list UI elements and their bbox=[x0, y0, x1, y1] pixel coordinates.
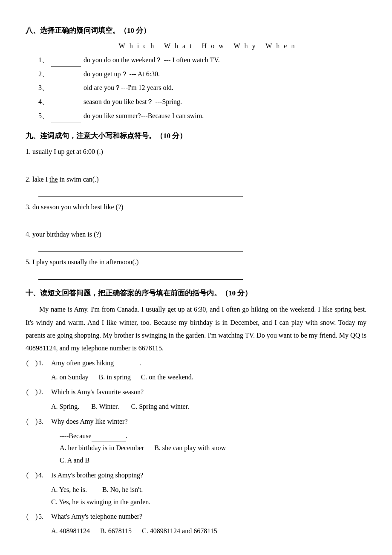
answer-line-3 bbox=[38, 216, 243, 224]
q3-options-ab: A. her birthday is in December B. she ca… bbox=[60, 442, 366, 454]
q3-sub: ----Because. bbox=[60, 430, 366, 442]
item4-num: 4、 bbox=[38, 98, 49, 105]
q1-num: 1. bbox=[38, 357, 51, 370]
fill-item-2: 2、 do you get up？ --- At 6:30. bbox=[38, 68, 366, 81]
q2-options: A. Spring. B. Winter. C. Spring and wint… bbox=[51, 401, 366, 413]
q4-num: 4. bbox=[38, 469, 51, 482]
fill-item-1: 1、 do you do on the weekend？ --- I often… bbox=[38, 54, 366, 66]
question-4: ( ) 4. Is Amy's brother going shopping? bbox=[26, 469, 366, 482]
blank-5 bbox=[51, 122, 81, 122]
sentence-item-3: 3. do season you which best like (?) bbox=[26, 201, 366, 214]
blank-3 bbox=[51, 94, 81, 94]
s3-text: do season you which best like (?) bbox=[32, 203, 123, 211]
item5-num: 5、 bbox=[38, 112, 49, 119]
fill-item-5: 5、 do you like summer?---Because I can s… bbox=[38, 110, 366, 122]
sentence-item-4: 4. your birthday when is (?) bbox=[26, 228, 366, 241]
q2-text: Which is Amy's favourite season? bbox=[51, 386, 366, 399]
question-1: ( ) 1. Amy often goes hiking. bbox=[26, 357, 366, 370]
question-2: ( ) 2. Which is Amy's favourite season? bbox=[26, 386, 366, 399]
item1-num: 1、 bbox=[38, 56, 49, 64]
s2-num: 2. bbox=[26, 176, 31, 183]
question-3: ( ) 3. Why does Amy like winter? bbox=[26, 416, 366, 428]
s5-num: 5. bbox=[26, 258, 31, 266]
item1-text: do you do on the weekend？ --- I often wa… bbox=[84, 56, 220, 64]
q4-bracket: ( ) bbox=[26, 469, 38, 482]
q1-text: Amy often goes hiking. bbox=[51, 357, 366, 370]
item3-num: 3、 bbox=[38, 84, 49, 91]
section8-title: 八、选择正确的疑问词填空。（10 分） bbox=[26, 25, 366, 36]
q1-bracket: ( ) bbox=[26, 357, 38, 370]
answer-line-2 bbox=[38, 188, 243, 197]
item3-text: old are you？---I'm 12 years old. bbox=[84, 84, 173, 91]
fill-item-3: 3、 old are you？---I'm 12 years old. bbox=[38, 82, 366, 94]
s4-num: 4. bbox=[26, 231, 31, 238]
s5-text: I play sports usually the in afternoon(.… bbox=[32, 258, 138, 266]
question-5: ( ) 5. What's Amy's telephone number? bbox=[26, 511, 366, 523]
blank-2 bbox=[51, 80, 81, 80]
q2-bracket: ( ) bbox=[26, 386, 38, 399]
item2-text: do you get up？ --- At 6:30. bbox=[84, 70, 160, 78]
q2-num: 2. bbox=[38, 386, 51, 399]
sentence-item-5: 5. I play sports usually the in afternoo… bbox=[26, 256, 366, 269]
q1-options: A. on Sunday B. in spring C. on the week… bbox=[51, 371, 366, 384]
fill-item-4: 4、 season do you like best？ ---Spring. bbox=[38, 96, 366, 108]
q3-text: Why does Amy like winter? bbox=[51, 416, 366, 428]
item4-text: season do you like best？ ---Spring. bbox=[84, 98, 182, 105]
q5-num: 5. bbox=[38, 511, 51, 523]
item5-text: do you like summer?---Because I can swim… bbox=[84, 112, 204, 119]
item2-num: 2、 bbox=[38, 70, 49, 78]
q4-text: Is Amy's brother going shopping? bbox=[51, 469, 366, 482]
blank-1 bbox=[51, 66, 81, 66]
sentence-item-2: 2. lake I the in swim can(.) bbox=[26, 173, 366, 186]
answer-line-5 bbox=[38, 271, 243, 280]
s1-text: usually I up get at 6:00 (.) bbox=[32, 148, 103, 155]
reading-passage: My name is Amy. I'm from Canada. I usual… bbox=[26, 303, 366, 355]
section9-title: 九、连词成句，注意大小写和标点符号。（10 分） bbox=[26, 130, 366, 142]
q3-options-c: C. A and B bbox=[60, 454, 366, 467]
answer-line-1 bbox=[38, 161, 243, 169]
q3-num: 3. bbox=[38, 416, 51, 428]
s4-text: your birthday when is (?) bbox=[32, 231, 101, 238]
sentence-item-1: 1. usually I up get at 6:00 (.) bbox=[26, 146, 366, 158]
word-list: Which What How Why When bbox=[51, 40, 366, 52]
s2-text: lake I the in swim can(.) bbox=[32, 176, 99, 183]
q4-options-c: C. Yes, he is swinging in the garden. bbox=[51, 496, 366, 509]
q3-bracket: ( ) bbox=[26, 416, 38, 428]
blank-4 bbox=[51, 108, 81, 108]
s3-num: 3. bbox=[26, 203, 31, 211]
section10-title: 十、读短文回答问题，把正确答案的序号填在前面的括号内。（10 分） bbox=[26, 287, 366, 299]
s1-num: 1. bbox=[26, 148, 31, 155]
q5-options: A. 408981124 B. 6678115 C. 408981124 and… bbox=[51, 525, 366, 538]
q5-text: What's Amy's telephone number? bbox=[51, 511, 366, 523]
q4-options-ab: A. Yes, he is. B. No, he isn't. bbox=[51, 484, 366, 496]
q5-bracket: ( ) bbox=[26, 511, 38, 523]
answer-line-4 bbox=[38, 243, 243, 252]
